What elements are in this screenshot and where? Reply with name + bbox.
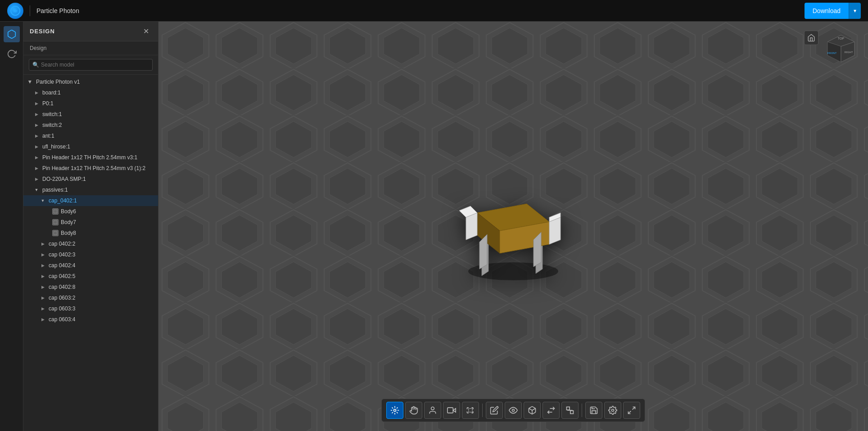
tree-item-cap0402_3[interactable]: ▶cap 0402:3 [23, 249, 158, 260]
toolbar-orbit-button[interactable] [386, 402, 403, 419]
nav-cube[interactable]: TOP FRONT RIGHT [823, 31, 859, 67]
toolbar-edit-button[interactable] [486, 402, 503, 419]
strip-icon-cube[interactable] [4, 26, 20, 42]
tree-item-label: Body6 [61, 208, 154, 215]
tree-arrow: ▶ [40, 241, 46, 247]
tree-arrow: ▶ [40, 273, 46, 279]
tree-item-label: ufl_hirose:1 [42, 144, 154, 150]
topbar-divider [30, 5, 30, 16]
tree-item-label: Pin Header 1x12 TH Pitch 2.54mm v3 (1):2 [42, 165, 154, 171]
tree-arrow: ▶ [33, 154, 40, 161]
tree-item-label: cap 0603:3 [49, 305, 154, 312]
tree-arrow: ▶ [40, 316, 46, 323]
tree-item-label: cap 0603:2 [49, 295, 154, 301]
toolbar-frame-button[interactable] [462, 402, 479, 419]
tree-item-switch1[interactable]: ▶switch:1 [23, 109, 158, 120]
home-button[interactable] [804, 31, 818, 45]
download-dropdown-button[interactable]: ▾ [849, 3, 861, 19]
strip-icon-rotate[interactable] [4, 46, 20, 62]
toolbar-fullscreen-button[interactable] [623, 402, 640, 419]
toolbar-section-button[interactable] [561, 402, 579, 419]
component-tree: ▶ Particle Photon v1 ▶board:1▶P0:1▶switc… [23, 75, 158, 431]
tree-arrow: ▶ [33, 176, 40, 182]
tree-arrow: ▶ [33, 111, 40, 117]
left-strip [0, 22, 23, 431]
toolbar-explode-button[interactable] [542, 402, 560, 419]
tree-item-cap0402_5[interactable]: ▶cap 0402:5 [23, 271, 158, 282]
svg-rect-37 [570, 411, 574, 414]
svg-rect-36 [567, 407, 570, 410]
svg-text:FRONT: FRONT [827, 52, 837, 54]
tree-root-arrow: ▶ [27, 79, 33, 85]
search-input[interactable] [29, 59, 153, 71]
tree-item-label: board:1 [42, 90, 154, 96]
tree-item-cap0603_3[interactable]: ▶cap 0603:3 [23, 303, 158, 314]
tree-item-label: cap_0402:1 [49, 198, 154, 204]
tree-item-label: cap 0402:8 [49, 284, 154, 290]
tree-item-pinheader1[interactable]: ▶Pin Header 1x12 TH Pitch 2.54mm v3:1 [23, 152, 158, 163]
design-section-label: Design [23, 41, 158, 55]
tree-item-p0[interactable]: ▶P0:1 [23, 98, 158, 109]
3d-viewport[interactable]: TOP FRONT RIGHT [158, 22, 868, 431]
toolbar-save-button[interactable] [585, 402, 602, 419]
tree-item-cap0402_1[interactable]: ▼cap_0402:1 [23, 195, 158, 206]
svg-point-31 [512, 409, 515, 412]
tree-item-cap0603_4[interactable]: ▶cap 0603:4 [23, 314, 158, 325]
tree-item-pinheader2[interactable]: ▶Pin Header 1x12 TH Pitch 2.54mm v3 (1):… [23, 163, 158, 174]
tree-item-label: Body7 [61, 219, 154, 225]
design-panel: DESIGN ✕ Design 🔍 ▶ Particle Photon v1 ▶… [23, 22, 158, 431]
svg-point-27 [431, 407, 434, 410]
tree-arrow: ▶ [33, 100, 40, 107]
tree-item-ant1[interactable]: ▶ant:1 [23, 130, 158, 141]
toolbar-pan-button[interactable] [405, 402, 422, 419]
tree-item-label: P0:1 [42, 100, 154, 107]
tree-item-cap0402_8[interactable]: ▶cap 0402:8 [23, 282, 158, 292]
tree-item-label: cap 0402:5 [49, 273, 154, 279]
toolbar-person-button[interactable] [424, 402, 441, 419]
tree-item-board1[interactable]: ▶board:1 [23, 87, 158, 98]
svg-marker-28 [453, 409, 456, 412]
toolbar-settings-button[interactable] [604, 402, 621, 419]
design-panel-title: DESIGN [30, 28, 55, 35]
tree-arrow: ▶ [33, 165, 40, 171]
bottom-toolbar [381, 399, 645, 422]
toolbar-camera-button[interactable] [443, 402, 460, 419]
close-panel-button[interactable]: ✕ [140, 26, 152, 36]
tree-arrow: ▶ [40, 305, 46, 312]
app-logo [7, 3, 23, 19]
svg-rect-2 [54, 220, 57, 224]
tree-arrow: ▶ [40, 284, 46, 290]
svg-text:TOP: TOP [838, 37, 845, 40]
tree-item-label: cap 0402:2 [49, 241, 154, 247]
tree-item-label: switch:1 [42, 111, 154, 117]
tree-item-body6[interactable]: Body6 [23, 206, 158, 217]
tree-item-body7[interactable]: Body7 [23, 217, 158, 228]
tree-item-cap0402_2[interactable]: ▶cap 0402:2 [23, 238, 158, 249]
tree-arrow: ▶ [40, 262, 46, 269]
svg-line-40 [628, 411, 631, 414]
svg-text:RIGHT: RIGHT [845, 51, 853, 54]
tree-item-cap0402_4[interactable]: ▶cap 0402:4 [23, 260, 158, 271]
tree-item-switch2[interactable]: ▶switch:2 [23, 120, 158, 130]
svg-point-38 [612, 409, 614, 412]
tree-items: ▶board:1▶P0:1▶switch:1▶switch:2▶ant:1▶uf… [23, 87, 158, 325]
tree-item-do220aa1[interactable]: ▶DO-220AA SMP:1 [23, 174, 158, 184]
tree-item-label: DO-220AA SMP:1 [42, 176, 154, 182]
toolbar-separator-2 [582, 404, 582, 417]
tree-item-cap0603_2[interactable]: ▶cap 0603:2 [23, 292, 158, 303]
toolbar-view-button[interactable] [505, 402, 522, 419]
tree-root[interactable]: ▶ Particle Photon v1 [23, 76, 158, 87]
tree-item-passives1[interactable]: ▼passives:1 [23, 184, 158, 195]
3d-model [446, 168, 581, 285]
nav-cube-svg: TOP FRONT RIGHT [823, 31, 859, 67]
app-title: Particle Photon [36, 7, 79, 14]
toolbar-separator-1 [482, 404, 483, 417]
toolbar-solid-button[interactable] [524, 402, 541, 419]
tree-item-ufl_hirose1[interactable]: ▶ufl_hirose:1 [23, 141, 158, 152]
tree-item-body8[interactable]: Body8 [23, 228, 158, 238]
topbar: Particle Photon Download ▾ [0, 0, 868, 22]
download-button[interactable]: Download [805, 3, 849, 19]
tree-arrow: ▼ [40, 198, 46, 204]
design-panel-header: DESIGN ✕ [23, 22, 158, 41]
svg-line-39 [633, 407, 635, 410]
